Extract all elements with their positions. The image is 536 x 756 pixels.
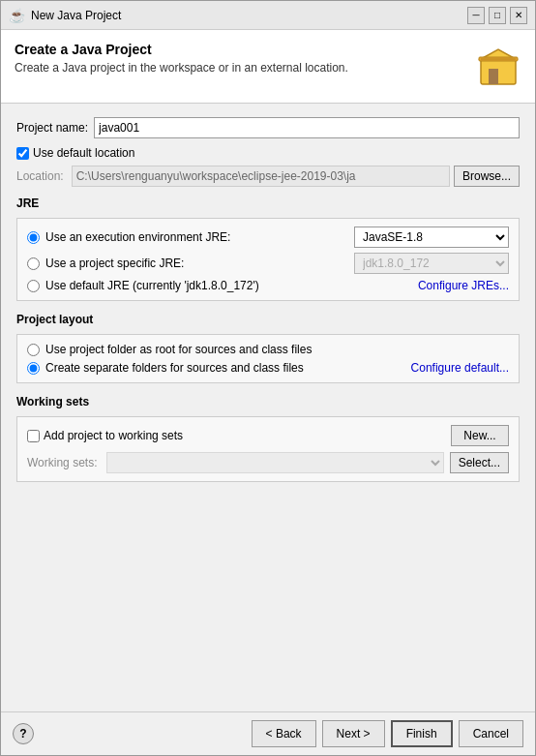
- jre-radio1[interactable]: [27, 231, 40, 244]
- jre-environment-dropdown[interactable]: JavaSE-1.8: [354, 227, 509, 248]
- jre-radio1-left: Use an execution environment JRE:: [27, 230, 230, 244]
- layout-radio1[interactable]: [27, 344, 40, 356]
- bottom-buttons: < Back Next > Finish Cancel: [252, 720, 523, 747]
- jre-radio1-label: Use an execution environment JRE:: [45, 230, 230, 244]
- title-bar: ☕ New Java Project ─ □ ✕: [1, 1, 535, 30]
- jre-radio3-row: Use default JRE (currently 'jdk1.8.0_172…: [27, 279, 509, 292]
- jre-radio1-row: Use an execution environment JRE: JavaSE…: [27, 227, 509, 248]
- next-button[interactable]: Next >: [322, 720, 385, 747]
- configure-jres-link[interactable]: Configure JREs...: [418, 279, 509, 292]
- working-sets-label: Working sets: [16, 395, 520, 408]
- header-icon: [475, 42, 521, 91]
- project-layout-section: Project layout Use project folder as roo…: [16, 313, 520, 383]
- browse-button[interactable]: Browse...: [454, 166, 520, 187]
- header-title: Create a Java Project: [15, 42, 475, 57]
- jre-radio3[interactable]: [27, 280, 40, 292]
- working-sets-box: Add project to working sets New... Worki…: [16, 416, 520, 482]
- layout-radio1-row: Use project folder as root for sources a…: [27, 343, 509, 356]
- dialog-window: ☕ New Java Project ─ □ ✕ Create a Java P…: [0, 0, 536, 756]
- working-sets-field-label: Working sets:: [27, 456, 97, 469]
- title-bar-buttons: ─ □ ✕: [467, 7, 527, 24]
- close-button[interactable]: ✕: [510, 7, 527, 24]
- title-bar-left: ☕ New Java Project: [9, 8, 121, 23]
- jre-section: JRE Use an execution environment JRE: Ja…: [16, 197, 520, 301]
- select-working-set-button[interactable]: Select...: [450, 452, 509, 473]
- configure-default-link[interactable]: Configure default...: [411, 361, 509, 375]
- use-default-location-row: Use default location: [16, 146, 520, 160]
- working-sets-dropdown[interactable]: [106, 452, 443, 473]
- layout-radio2-left: Create separate folders for sources and …: [27, 361, 304, 375]
- jre-radio3-label: Use default JRE (currently 'jdk1.8.0_172…: [45, 279, 259, 292]
- location-label: Location:: [16, 169, 64, 183]
- project-layout-label: Project layout: [16, 313, 520, 326]
- header-text: Create a Java Project Create a Java proj…: [15, 42, 475, 75]
- working-sets-input-row: Working sets: Select...: [27, 452, 509, 473]
- svg-rect-2: [489, 69, 498, 84]
- title-bar-title: New Java Project: [31, 9, 121, 22]
- dialog-icon: ☕: [9, 8, 25, 23]
- maximize-button[interactable]: □: [489, 7, 506, 24]
- cancel-button[interactable]: Cancel: [459, 720, 523, 747]
- new-working-set-button[interactable]: New...: [451, 425, 509, 446]
- layout-radio2[interactable]: [27, 362, 40, 375]
- jre-section-box: Use an execution environment JRE: JavaSE…: [16, 218, 520, 301]
- use-default-location-checkbox[interactable]: [16, 147, 29, 160]
- working-sets-section: Working sets Add project to working sets…: [16, 395, 520, 482]
- jre-radio2-left: Use a project specific JRE:: [27, 257, 184, 270]
- project-layout-box: Use project folder as root for sources a…: [16, 334, 520, 383]
- project-name-row: Project name:: [16, 117, 520, 138]
- back-button[interactable]: < Back: [252, 720, 316, 747]
- jre-section-label: JRE: [16, 197, 520, 210]
- location-input[interactable]: [72, 166, 450, 187]
- bottom-left: ?: [13, 723, 34, 744]
- help-button[interactable]: ?: [13, 723, 34, 744]
- project-name-label: Project name:: [16, 121, 88, 135]
- jre-radio2[interactable]: [27, 257, 40, 270]
- header-section: Create a Java Project Create a Java proj…: [1, 30, 535, 104]
- project-name-input[interactable]: [94, 117, 520, 138]
- minimize-button[interactable]: ─: [467, 7, 485, 24]
- layout-radio2-row: Create separate folders for sources and …: [27, 361, 509, 375]
- bottom-bar: ? < Back Next > Finish Cancel: [1, 711, 535, 755]
- add-working-sets-checkbox[interactable]: [27, 430, 40, 442]
- jre-specific-dropdown[interactable]: jdk1.8.0_172: [354, 253, 509, 274]
- add-working-sets-label: Add project to working sets: [44, 429, 183, 442]
- jre-radio3-left: Use default JRE (currently 'jdk1.8.0_172…: [27, 279, 259, 292]
- add-working-sets-row: Add project to working sets New...: [27, 425, 509, 446]
- add-working-sets-left: Add project to working sets: [27, 429, 183, 442]
- jre-radio2-label: Use a project specific JRE:: [45, 257, 184, 270]
- content-area: Project name: Use default location Locat…: [1, 104, 535, 711]
- header-description: Create a Java project in the workspace o…: [15, 61, 475, 75]
- use-default-location-label: Use default location: [33, 146, 134, 160]
- location-row: Location: Browse...: [16, 166, 520, 187]
- layout-radio1-label: Use project folder as root for sources a…: [45, 343, 312, 356]
- finish-button[interactable]: Finish: [391, 720, 453, 747]
- layout-radio2-label: Create separate folders for sources and …: [45, 361, 304, 375]
- jre-radio2-row: Use a project specific JRE: jdk1.8.0_172: [27, 253, 509, 274]
